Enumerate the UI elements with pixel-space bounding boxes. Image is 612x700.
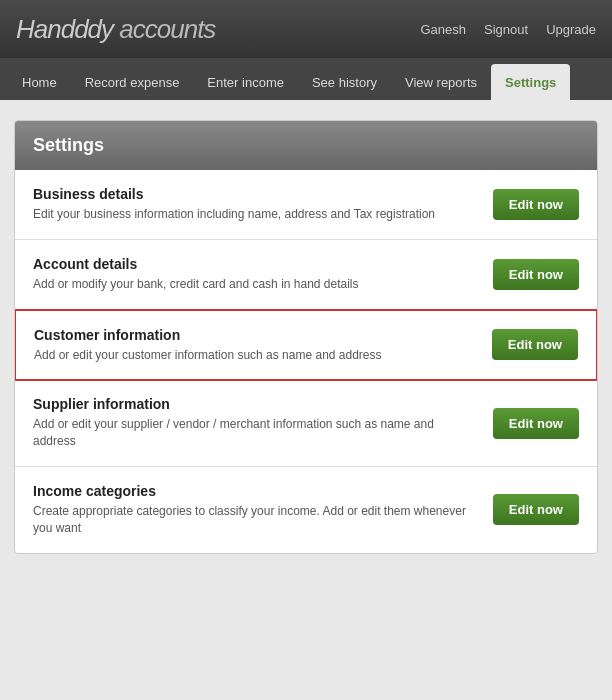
row-desc-income-categories: Create appropriate categories to classif…: [33, 503, 477, 537]
app-logo: Handddy accounts: [16, 14, 215, 45]
tab-settings[interactable]: Settings: [491, 64, 570, 100]
tab-enter-income[interactable]: Enter income: [193, 64, 298, 100]
tab-view-reports[interactable]: View reports: [391, 64, 491, 100]
row-text-customer-information: Customer information Add or edit your cu…: [34, 327, 492, 364]
settings-row-income-categories: Income categories Create appropriate cat…: [15, 467, 597, 553]
row-title-account-details: Account details: [33, 256, 477, 272]
row-desc-supplier-information: Add or edit your supplier / vendor / mer…: [33, 416, 477, 450]
edit-now-button-business-details[interactable]: Edit now: [493, 189, 579, 220]
settings-row-supplier-information: Supplier information Add or edit your su…: [15, 380, 597, 467]
row-text-supplier-information: Supplier information Add or edit your su…: [33, 396, 493, 450]
row-desc-account-details: Add or modify your bank, credit card and…: [33, 276, 477, 293]
row-title-business-details: Business details: [33, 186, 477, 202]
logo-brand: Handddy: [16, 14, 113, 44]
settings-title: Settings: [33, 135, 579, 156]
header-nav-signout[interactable]: Signout: [484, 22, 528, 37]
settings-row-business-details: Business details Edit your business info…: [15, 170, 597, 240]
logo-suffix: accounts: [113, 14, 215, 44]
page-content: Settings Business details Edit your busi…: [0, 100, 612, 574]
app-header: Handddy accounts Ganesh Signout Upgrade: [0, 0, 612, 58]
settings-row-account-details: Account details Add or modify your bank,…: [15, 240, 597, 310]
tab-record-expense[interactable]: Record expense: [71, 64, 194, 100]
row-title-customer-information: Customer information: [34, 327, 476, 343]
tab-see-history[interactable]: See history: [298, 64, 391, 100]
edit-now-button-account-details[interactable]: Edit now: [493, 259, 579, 290]
tab-home[interactable]: Home: [8, 64, 71, 100]
row-desc-customer-information: Add or edit your customer information su…: [34, 347, 476, 364]
row-text-business-details: Business details Edit your business info…: [33, 186, 493, 223]
edit-now-button-customer-information[interactable]: Edit now: [492, 329, 578, 360]
settings-panel-header: Settings: [15, 121, 597, 170]
row-desc-business-details: Edit your business information including…: [33, 206, 477, 223]
edit-now-button-supplier-information[interactable]: Edit now: [493, 408, 579, 439]
settings-panel: Settings Business details Edit your busi…: [14, 120, 598, 554]
settings-row-customer-information: Customer information Add or edit your cu…: [14, 309, 598, 382]
header-nav-upgrade[interactable]: Upgrade: [546, 22, 596, 37]
nav-tabs: Home Record expense Enter income See his…: [0, 58, 612, 100]
row-text-account-details: Account details Add or modify your bank,…: [33, 256, 493, 293]
header-nav-user[interactable]: Ganesh: [420, 22, 466, 37]
row-text-income-categories: Income categories Create appropriate cat…: [33, 483, 493, 537]
row-title-supplier-information: Supplier information: [33, 396, 477, 412]
edit-now-button-income-categories[interactable]: Edit now: [493, 494, 579, 525]
row-title-income-categories: Income categories: [33, 483, 477, 499]
header-nav: Ganesh Signout Upgrade: [420, 22, 596, 37]
